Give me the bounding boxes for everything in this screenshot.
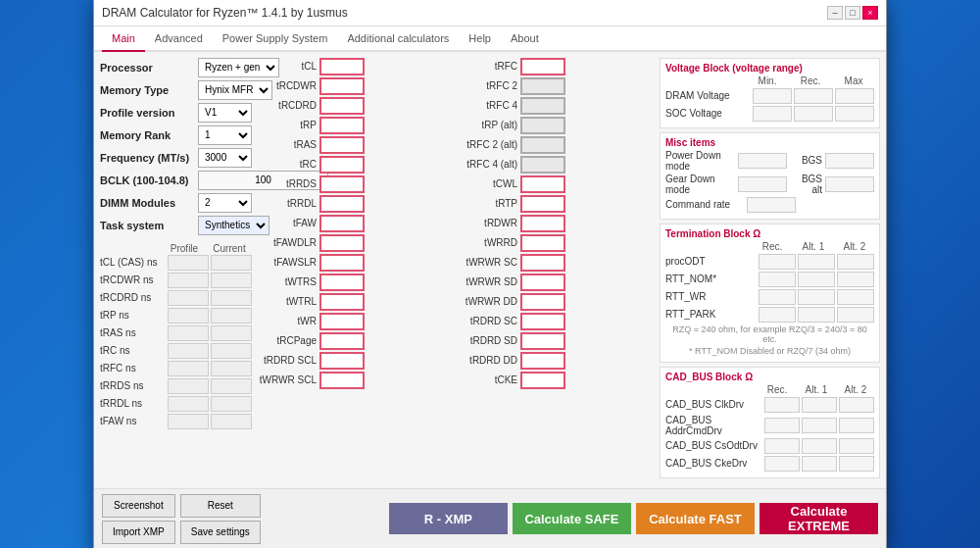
frequency-select[interactable]: 3000 bbox=[198, 148, 252, 168]
memory-rank-select[interactable]: 1 bbox=[198, 125, 252, 145]
input-trfc2[interactable] bbox=[520, 77, 565, 95]
procodt-rec[interactable] bbox=[759, 254, 796, 270]
input-trdrd-scl[interactable] bbox=[319, 352, 365, 370]
input-trcdrd[interactable] bbox=[319, 97, 365, 115]
tab-additional[interactable]: Additional calculators bbox=[337, 26, 459, 52]
bgs-input[interactable] bbox=[825, 153, 874, 169]
procodt-alt1[interactable] bbox=[798, 254, 835, 270]
csodtdrv-rec[interactable] bbox=[764, 438, 800, 454]
timing-trp-profile[interactable] bbox=[168, 308, 209, 324]
input-tfawdlr[interactable] bbox=[319, 234, 365, 252]
clkdrv-alt1[interactable] bbox=[802, 397, 837, 413]
rtt-nom-rec[interactable] bbox=[759, 272, 796, 287]
input-twr[interactable] bbox=[319, 313, 365, 330]
addrcmddrv-rec[interactable] bbox=[764, 418, 800, 433]
rtt-nom-alt1[interactable] bbox=[798, 272, 835, 287]
timing-tcl-current[interactable] bbox=[211, 255, 252, 271]
input-tcwl[interactable] bbox=[520, 175, 565, 193]
tab-advanced[interactable]: Advanced bbox=[145, 26, 213, 52]
rtt-wr-alt2[interactable] bbox=[837, 289, 874, 305]
addrcmddrv-alt1[interactable] bbox=[802, 418, 837, 433]
input-tras[interactable] bbox=[319, 136, 365, 154]
soc-voltage-min[interactable] bbox=[753, 106, 792, 122]
csodtdrv-alt1[interactable] bbox=[802, 438, 837, 454]
soc-voltage-rec[interactable] bbox=[794, 106, 833, 122]
input-trfc4-alt[interactable] bbox=[520, 156, 565, 174]
input-trdrd-sc[interactable] bbox=[520, 313, 565, 330]
addrcmddrv-alt2[interactable] bbox=[839, 418, 874, 433]
minimize-button[interactable]: – bbox=[827, 6, 843, 20]
input-trrdl[interactable] bbox=[319, 195, 365, 213]
input-trtp[interactable] bbox=[520, 195, 565, 213]
calculate-extreme-button[interactable]: Calculate EXTREME bbox=[760, 503, 878, 534]
timing-trrds-current[interactable] bbox=[211, 378, 252, 394]
input-trfc2-alt[interactable] bbox=[520, 136, 565, 154]
timing-tfaw-current[interactable] bbox=[211, 414, 252, 429]
calculate-safe-button[interactable]: Calculate SAFE bbox=[513, 503, 631, 534]
timing-trrdl-current[interactable] bbox=[211, 396, 252, 412]
input-twtrs[interactable] bbox=[319, 274, 365, 291]
rxmp-button[interactable]: R - XMP bbox=[389, 503, 508, 534]
save-settings-button[interactable]: Save settings bbox=[180, 521, 261, 544]
input-twrrd[interactable] bbox=[520, 234, 565, 252]
timing-tras-profile[interactable] bbox=[168, 325, 209, 341]
calculate-fast-button[interactable]: Calculate FAST bbox=[636, 503, 755, 534]
rtt-nom-alt2[interactable] bbox=[837, 272, 874, 287]
input-trdrd-dd[interactable] bbox=[520, 352, 565, 370]
gear-down-input[interactable] bbox=[738, 176, 787, 192]
clkdrv-alt2[interactable] bbox=[839, 397, 874, 413]
soc-voltage-max[interactable] bbox=[835, 106, 874, 122]
dimm-select[interactable]: 2 bbox=[198, 193, 252, 213]
ckedrv-alt1[interactable] bbox=[802, 456, 837, 472]
tab-power-supply[interactable]: Power Supply System bbox=[213, 26, 338, 52]
input-trp[interactable] bbox=[319, 117, 365, 134]
bgs-alt-input[interactable] bbox=[825, 176, 874, 192]
input-trp-alt[interactable] bbox=[520, 117, 565, 134]
power-down-input[interactable] bbox=[738, 153, 787, 169]
reset-button[interactable]: Reset bbox=[180, 494, 261, 518]
input-twrwr-scl[interactable] bbox=[319, 372, 365, 389]
timing-trfc-profile[interactable] bbox=[168, 361, 209, 376]
close-button[interactable]: × bbox=[862, 6, 878, 20]
input-tfawslr[interactable] bbox=[319, 254, 365, 272]
profile-version-select[interactable]: V1 bbox=[198, 103, 252, 123]
rtt-park-alt1[interactable] bbox=[798, 307, 835, 323]
timing-trrds-profile[interactable] bbox=[168, 378, 209, 394]
input-twrwr-dd[interactable] bbox=[520, 293, 565, 311]
maximize-button[interactable]: □ bbox=[845, 6, 860, 20]
timing-tfaw-profile[interactable] bbox=[168, 414, 209, 429]
tab-help[interactable]: Help bbox=[459, 26, 501, 52]
timing-trcdwr-current[interactable] bbox=[211, 273, 252, 288]
clkdrv-rec[interactable] bbox=[764, 397, 800, 413]
input-trc[interactable] bbox=[319, 156, 365, 174]
input-twtrl[interactable] bbox=[319, 293, 365, 311]
dram-voltage-rec[interactable] bbox=[794, 88, 833, 104]
procodt-alt2[interactable] bbox=[837, 254, 874, 270]
timing-trcdwr-profile[interactable] bbox=[168, 273, 209, 288]
rtt-park-alt2[interactable] bbox=[837, 307, 874, 323]
timing-trp-current[interactable] bbox=[211, 308, 252, 324]
dram-voltage-min[interactable] bbox=[753, 88, 792, 104]
rtt-wr-alt1[interactable] bbox=[798, 289, 835, 305]
input-trdrd-sd[interactable] bbox=[520, 332, 565, 350]
input-trcdwr[interactable] bbox=[319, 77, 365, 95]
timing-trc-profile[interactable] bbox=[168, 343, 209, 359]
ckedrv-rec[interactable] bbox=[764, 456, 800, 472]
input-trcpage[interactable] bbox=[319, 332, 365, 350]
cmd-rate-input[interactable] bbox=[747, 197, 796, 213]
timing-trcdrd-current[interactable] bbox=[211, 290, 252, 306]
timing-trrdl-profile[interactable] bbox=[168, 396, 209, 412]
input-twrwr-sd[interactable] bbox=[520, 274, 565, 291]
ckedrv-alt2[interactable] bbox=[839, 456, 874, 472]
input-tfaw[interactable] bbox=[319, 215, 365, 232]
import-xmp-button[interactable]: Import XMP bbox=[102, 521, 175, 544]
input-tcl[interactable] bbox=[319, 58, 365, 75]
input-tcke[interactable] bbox=[520, 372, 565, 389]
input-twrwr-sc[interactable] bbox=[520, 254, 565, 272]
input-trfc[interactable] bbox=[520, 58, 565, 75]
input-trfc4[interactable] bbox=[520, 97, 565, 115]
timing-trc-current[interactable] bbox=[211, 343, 252, 359]
input-trdwr[interactable] bbox=[520, 215, 565, 232]
timing-trcdrd-profile[interactable] bbox=[168, 290, 209, 306]
timing-tras-current[interactable] bbox=[211, 325, 252, 341]
